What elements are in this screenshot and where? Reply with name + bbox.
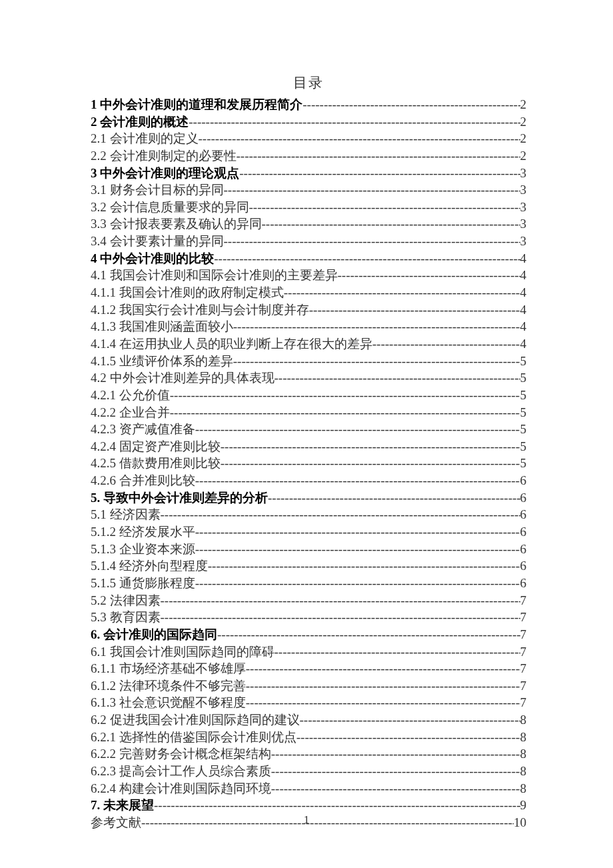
toc-entry-page: 5 bbox=[520, 455, 527, 472]
toc-entry-page: 5 bbox=[520, 421, 527, 438]
toc-leader bbox=[233, 353, 520, 370]
toc-entry-label: 6.2.3 提高会计工作人员综合素质 bbox=[91, 763, 271, 780]
toc-leader bbox=[237, 147, 520, 165]
toc-entry-label: 6.2.4 构建会计准则国际趋同环境 bbox=[91, 780, 271, 797]
toc-entry-label: 5.3 教育因素 bbox=[91, 609, 161, 626]
toc-entry: 4.2.3 资产减值准备5 bbox=[91, 421, 526, 438]
toc-leader bbox=[246, 660, 520, 677]
toc-entry-page: 8 bbox=[520, 763, 527, 780]
toc-leader bbox=[199, 130, 520, 147]
toc-entry-label: 3.3 会计报表要素及确认的异同 bbox=[91, 215, 262, 233]
toc-leader bbox=[268, 489, 520, 507]
toc-leader bbox=[224, 233, 520, 250]
toc-entry-page: 3 bbox=[520, 233, 527, 250]
toc-entry: 4.2 中外会计准则差异的具体表现5 bbox=[91, 369, 526, 387]
toc-leader bbox=[170, 387, 520, 404]
toc-entry: 3.3 会计报表要素及确认的异同3 bbox=[91, 215, 526, 233]
toc-entry-page: 2 bbox=[520, 96, 527, 113]
toc-entry: 5. 导致中外会计准则差异的分析6 bbox=[91, 489, 526, 507]
toc-entry: 6.2 促进我国会计准则国际趋同的建议8 bbox=[91, 711, 526, 729]
toc-entry-label: 4.2.5 借款费用准则比较 bbox=[91, 455, 221, 472]
toc-entry: 4.2.6 合并准则比较6 bbox=[91, 472, 526, 489]
toc-leader bbox=[239, 165, 520, 182]
toc-entry-page: 7 bbox=[520, 626, 527, 643]
toc-entry-label: 4.1.1 我国会计准则的政府制定模式 bbox=[91, 284, 284, 301]
toc-entry: 5.1.3 企业资本来源6 bbox=[91, 541, 526, 558]
toc-entry-page: 7 bbox=[520, 694, 527, 711]
toc-entry-label: 6.1.2 法律环境条件不够完善 bbox=[91, 677, 246, 695]
toc-entry: 6.2.2 完善财务会计概念框架结构8 bbox=[91, 745, 526, 763]
toc-leader bbox=[161, 592, 520, 609]
toc-entry-page: 3 bbox=[520, 199, 527, 216]
toc-entry-page: 4 bbox=[520, 318, 527, 335]
toc-entry: 4.1 我国会计准则和国际会计准则的主要差异4 bbox=[91, 267, 526, 284]
toc-entry-page: 7 bbox=[520, 592, 527, 609]
toc-entry-label: 5.1 经济因素 bbox=[91, 506, 161, 523]
toc-entry: 6.1.2 法律环境条件不够完善7 bbox=[91, 677, 526, 695]
toc-entry-label: 3.2 会计信息质量要求的异同 bbox=[91, 199, 249, 216]
toc-entry-page: 2 bbox=[520, 130, 527, 147]
toc-leader bbox=[195, 575, 520, 592]
toc-entry: 6.2.1 选择性的借鉴国际会计准则优点8 bbox=[91, 729, 526, 746]
toc-leader bbox=[224, 181, 520, 199]
toc-entry-page: 8 bbox=[520, 780, 527, 797]
toc-entry-page: 5 bbox=[520, 353, 527, 370]
toc-entry: 4.1.2 我国实行会计准则与会计制度并存4 bbox=[91, 301, 526, 319]
toc-entry-page: 6 bbox=[520, 557, 527, 575]
toc-entry-page: 6 bbox=[520, 506, 527, 523]
toc-entry-label: 2.1 会计准则的定义 bbox=[91, 130, 199, 147]
toc-entry: 3.1 财务会计目标的异同3 bbox=[91, 181, 526, 199]
toc-entry-label: 5.1.4 经济外向型程度 bbox=[91, 557, 208, 575]
toc-entry: 3.4 会计要素计量的异同3 bbox=[91, 233, 526, 250]
toc-leader bbox=[214, 250, 520, 267]
toc-leader bbox=[233, 318, 520, 335]
toc-entry: 6.1.3 社会意识觉醒不够程度7 bbox=[91, 694, 526, 711]
toc-leader bbox=[246, 677, 520, 695]
toc-entry: 4.1.5 业绩评价体系的差异5 bbox=[91, 353, 526, 370]
toc-entry: 5.2 法律因素7 bbox=[91, 592, 526, 609]
toc-leader bbox=[195, 472, 520, 489]
toc-entry-page: 4 bbox=[520, 301, 527, 319]
toc-entry-page: 6 bbox=[520, 489, 527, 507]
toc-leader bbox=[249, 199, 520, 216]
toc-entry-page: 6 bbox=[520, 523, 527, 541]
toc-entry-label: 5. 导致中外会计准则差异的分析 bbox=[91, 489, 268, 507]
toc-entry: 7. 未来展望9 bbox=[91, 797, 526, 814]
toc-entry-label: 4.2.3 资产减值准备 bbox=[91, 421, 195, 438]
toc-entry-page: 2 bbox=[520, 147, 527, 165]
toc-entry: 5.1 经济因素6 bbox=[91, 506, 526, 523]
toc-leader bbox=[275, 369, 520, 387]
toc-leader bbox=[195, 541, 520, 558]
toc-entry-label: 5.2 法律因素 bbox=[91, 592, 161, 609]
toc-entry-page: 4 bbox=[520, 335, 527, 353]
toc-entry-label: 4.1.4 在运用执业人员的职业判断上存在很大的差异 bbox=[91, 335, 372, 353]
toc-entry: 6.2.3 提高会计工作人员综合素质8 bbox=[91, 763, 526, 780]
toc-entry: 5.3 教育因素7 bbox=[91, 609, 526, 626]
toc-entry-label: 3.4 会计要素计量的异同 bbox=[91, 233, 224, 250]
toc-entry-page: 5 bbox=[520, 387, 527, 404]
toc-entry-label: 7. 未来展望 bbox=[91, 797, 154, 814]
toc-entry-label: 2 会计准则的概述 bbox=[91, 113, 189, 131]
toc-entry: 6.2.4 构建会计准则国际趋同环境8 bbox=[91, 780, 526, 797]
toc-entry: 3.2 会计信息质量要求的异同3 bbox=[91, 199, 526, 216]
toc-entry-page: 2 bbox=[520, 113, 527, 131]
toc-leader bbox=[372, 335, 520, 353]
toc-entry-label: 6.2.2 完善财务会计概念框架结构 bbox=[91, 745, 271, 763]
toc-leader bbox=[221, 455, 520, 472]
toc-entry-label: 5.1.2 经济发展水平 bbox=[91, 523, 195, 541]
page-number: 1 bbox=[0, 813, 613, 827]
toc-leader bbox=[309, 301, 520, 319]
toc-entry-label: 6.1 我国会计准则国际趋同的障碍 bbox=[91, 643, 275, 661]
toc-entry-page: 5 bbox=[520, 404, 527, 421]
toc-entry: 2 会计准则的概述2 bbox=[91, 113, 526, 131]
toc-leader bbox=[161, 609, 520, 626]
toc-entry-page: 5 bbox=[520, 438, 527, 455]
toc-entry: 4.2.2 企业合并5 bbox=[91, 404, 526, 421]
toc-entry: 6.1 我国会计准则国际趋同的障碍7 bbox=[91, 643, 526, 661]
toc-leader bbox=[221, 438, 520, 455]
toc-entry-label: 2.2 会计准则制定的必要性 bbox=[91, 147, 237, 165]
toc-title: 目录 bbox=[91, 73, 526, 92]
toc-leader bbox=[284, 284, 520, 301]
document-page: 目录 1 中外会计准则的道理和发展历程简介22 会计准则的概述22.1 会计准则… bbox=[0, 0, 613, 831]
toc-leader bbox=[271, 745, 520, 763]
